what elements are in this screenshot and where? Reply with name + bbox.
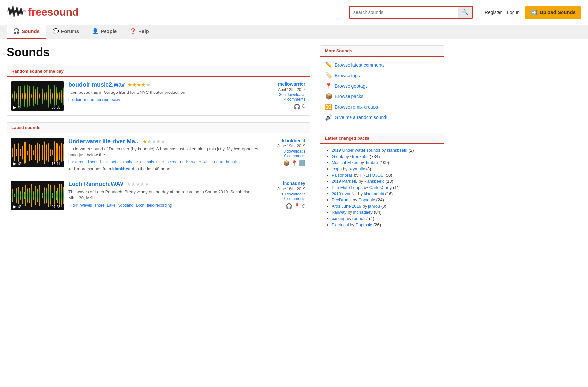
tag-link[interactable]: white-noise — [204, 160, 223, 164]
pack-link[interactable]: 2019 river NL — [332, 191, 357, 196]
tag-link[interactable]: animals — [140, 160, 154, 164]
latest-sound-title-0[interactable]: Underwater life river Ma... — [68, 138, 140, 145]
tag-link[interactable]: field-recording — [147, 203, 172, 208]
pack-user-link[interactable]: Timbre — [365, 160, 378, 165]
random-sound-title[interactable]: boudoir music2.wav — [68, 81, 125, 88]
random-sound-uploader[interactable]: mellowarrior — [278, 81, 305, 87]
pack-user-link[interactable]: Greek555 — [350, 154, 368, 159]
star-3[interactable]: ★ — [156, 139, 161, 144]
star-2[interactable]: ★ — [152, 139, 156, 144]
star-3[interactable]: ★ — [140, 181, 145, 187]
pack-user-link[interactable]: klankbeeld — [364, 179, 384, 184]
more-sounds-link[interactable]: ✏️Browse latest comments — [325, 60, 439, 70]
random-sound-downloads[interactable]: 305 downloads — [263, 93, 305, 97]
tag-link[interactable]: tension — [97, 97, 109, 102]
play-button-1[interactable]: ▶ — [13, 204, 16, 209]
pack-item: 2019 river NL by klankbeeld (16) — [332, 191, 439, 197]
pack-user-link[interactable]: rpdud27 — [352, 216, 368, 221]
pack-user-link[interactable]: FREITOJOS — [360, 173, 384, 177]
star-1[interactable]: ★ — [132, 82, 137, 88]
star-1[interactable]: ★ — [131, 181, 136, 187]
pack-link[interactable]: Greek — [332, 154, 343, 159]
pack-link[interactable]: Railway — [332, 210, 347, 215]
login-link[interactable]: Log In — [507, 10, 520, 15]
latest-sound-info-0: Underwater life river Ma... ★★★★★ Underw… — [68, 138, 258, 171]
latest-sound-comments-1[interactable]: 0 comments — [263, 196, 305, 201]
tag-link[interactable]: Loch — [136, 203, 144, 208]
more-sounds-link[interactable]: 📦Browse packs — [325, 91, 439, 102]
extra-user-link[interactable]: klankbeeld — [112, 166, 134, 171]
reload-button[interactable]: ↺ — [18, 105, 21, 109]
logo-text[interactable]: freesound — [28, 6, 79, 18]
play-button[interactable]: ▶ — [13, 105, 16, 109]
star-rating-1: ★★★★★ — [126, 181, 149, 187]
tag-link[interactable]: music — [84, 97, 94, 102]
pack-link[interactable]: Pan Flute Loops — [332, 185, 363, 190]
reload-button-0[interactable]: ↺ — [18, 161, 21, 166]
star-0[interactable]: ★ — [126, 181, 131, 187]
register-link[interactable]: Register — [485, 10, 502, 15]
reload-button-1[interactable]: ↺ — [18, 204, 21, 209]
star-2[interactable]: ★ — [137, 82, 141, 88]
pack-link[interactable]: RecDrums — [332, 197, 351, 202]
more-sounds-link[interactable]: 🔊Give me a random sound! — [325, 112, 439, 123]
latest-sound-comments-0[interactable]: 0 comments — [263, 154, 305, 158]
pack-user-link[interactable]: inchadney — [353, 210, 373, 215]
tag-link[interactable]: background-sound — [68, 160, 101, 164]
star-rating: ★★★★★ — [127, 82, 150, 88]
star-1[interactable]: ★ — [147, 139, 152, 144]
star-3[interactable]: ★ — [141, 82, 146, 88]
pack-user-link[interactable]: klankbeeld — [364, 191, 384, 196]
star-4[interactable]: ★ — [161, 139, 165, 144]
tag-link[interactable]: stereo — [167, 160, 177, 164]
pack-by: by — [364, 185, 368, 190]
pack-link[interactable]: 2019 Under water sounds — [332, 148, 380, 153]
more-sounds-link[interactable]: 🔀Browse remix-groups — [325, 102, 439, 112]
tag-link[interactable]: bubbles — [226, 160, 240, 164]
star-4[interactable]: ★ — [146, 82, 150, 88]
tab-sounds[interactable]: 🎧 Sounds — [7, 25, 46, 39]
search-button[interactable]: 🔍 — [458, 7, 472, 18]
pack-user-link[interactable]: klankbeeld — [387, 148, 407, 153]
tag-link[interactable]: Flickr — [68, 203, 78, 208]
pack-user-link[interactable]: CarlosCarty — [369, 185, 392, 190]
tab-forums[interactable]: 💬 Forums — [46, 25, 86, 39]
latest-sound-uploader-0[interactable]: klankbeeld — [282, 138, 305, 143]
pack-link[interactable]: Aros June 2019 — [332, 204, 361, 209]
tag-link[interactable]: Waves — [80, 203, 92, 208]
pack-link[interactable]: Paisonoras — [332, 173, 353, 177]
star-0[interactable]: ★ — [127, 82, 132, 88]
tag-link[interactable]: under-water — [180, 160, 201, 164]
play-button-0[interactable]: ▶ — [13, 161, 16, 166]
tag-link[interactable]: Scotland — [118, 203, 134, 208]
pack-link[interactable]: loops — [332, 166, 342, 171]
upload-sounds-button[interactable]: ➡️ Upload Sounds — [525, 6, 581, 19]
tag-link[interactable]: Lake — [107, 203, 116, 208]
star-0[interactable]: ★ — [142, 139, 147, 144]
more-sounds-link[interactable]: 📍Browse geotags — [325, 81, 439, 91]
pack-link[interactable]: barking — [332, 216, 346, 221]
pack-user-link[interactable]: Poptonic — [356, 222, 372, 227]
pack-link[interactable]: 2019 Park NL — [332, 179, 357, 184]
tag-link[interactable]: contact-microphone — [103, 160, 138, 164]
more-sounds-link[interactable]: 🏷️Browse tags — [325, 70, 439, 81]
tag-link[interactable]: shore — [95, 203, 105, 208]
tab-people[interactable]: 👤 People — [86, 25, 123, 39]
pack-user-link[interactable]: Poptonic — [358, 197, 375, 202]
tab-help[interactable]: ❓ Help — [123, 25, 155, 39]
latest-sound-title-1[interactable]: Loch Rannoch.WAV — [68, 181, 124, 188]
random-sound-comments[interactable]: 4 comments — [263, 97, 305, 102]
pack-link[interactable]: Musical Mixes — [332, 160, 358, 165]
latest-sound-uploader-1[interactable]: inchadney — [283, 181, 305, 186]
tag-link[interactable]: sexy — [112, 97, 120, 102]
pack-user-link[interactable]: janrou — [368, 204, 380, 209]
latest-sound-downloads-0[interactable]: 8 downloads — [263, 149, 305, 154]
tag-link[interactable]: boudoir — [68, 97, 81, 102]
pack-link[interactable]: Electrical — [332, 222, 349, 227]
latest-sound-downloads-1[interactable]: 18 downloads — [263, 192, 305, 196]
pack-user-link[interactable]: szymalix — [349, 166, 365, 171]
star-4[interactable]: ★ — [145, 181, 149, 187]
search-input[interactable] — [350, 7, 458, 18]
tag-link[interactable]: river — [156, 160, 164, 164]
star-2[interactable]: ★ — [136, 181, 140, 187]
